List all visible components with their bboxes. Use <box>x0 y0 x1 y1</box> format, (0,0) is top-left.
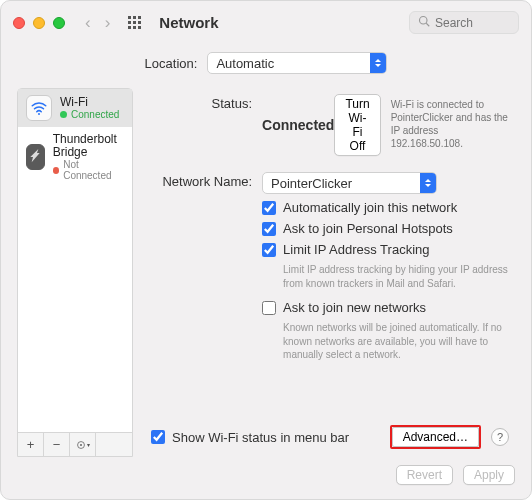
svg-line-1 <box>426 23 429 26</box>
sidebar-item-label: Wi-Fi <box>60 96 119 109</box>
svg-point-4 <box>80 444 82 446</box>
checkbox-label: Limit IP Address Tracking <box>283 242 429 257</box>
footer-buttons: Revert Apply <box>1 457 531 499</box>
status-row: Status: Connected Turn Wi-Fi Off Wi-Fi i… <box>147 94 513 156</box>
ask-new-description: Known networks will be joined automatica… <box>283 321 513 362</box>
bottom-row: Show Wi-Fi status in menu bar Advanced… … <box>147 425 513 457</box>
sidebar-item-wifi[interactable]: Wi-Fi Connected <box>18 89 132 127</box>
search-icon <box>418 15 430 30</box>
revert-button[interactable]: Revert <box>396 465 453 485</box>
show-all-icon[interactable] <box>128 16 141 29</box>
checkbox-label: Ask to join Personal Hotspots <box>283 221 453 236</box>
content: Wi-Fi Connected Thunderbolt Bridge Not C… <box>1 88 531 457</box>
location-row: Location: Automatic <box>1 42 531 88</box>
svg-point-0 <box>420 17 428 25</box>
status-description: Wi-Fi is connected to PointerClicker and… <box>391 98 513 150</box>
add-service-button[interactable]: + <box>18 433 44 456</box>
checkbox-input[interactable] <box>262 201 276 215</box>
sidebar-item-status: Connected <box>60 109 119 120</box>
back-icon[interactable]: ‹ <box>85 13 91 33</box>
checkbox-input[interactable] <box>262 243 276 257</box>
network-name-label: Network Name: <box>147 172 252 194</box>
chevron-updown-icon <box>370 53 386 73</box>
checkbox-input[interactable] <box>151 430 165 444</box>
network-name-row: Network Name: PointerClicker <box>147 172 513 194</box>
status-dot-icon <box>53 167 59 174</box>
wifi-off-button[interactable]: Turn Wi-Fi Off <box>334 94 380 156</box>
window-title: Network <box>159 14 218 31</box>
zoom-window-icon[interactable] <box>53 17 65 29</box>
advanced-highlight: Advanced… <box>390 425 481 449</box>
search-field[interactable] <box>409 11 519 34</box>
chevron-down-icon: ▾ <box>87 441 90 448</box>
auto-join-checkbox[interactable]: Automatically join this network <box>262 200 513 215</box>
location-label: Location: <box>145 56 198 71</box>
search-input[interactable] <box>435 16 510 30</box>
sidebar-footer: + − ▾ <box>18 432 132 456</box>
thunderbolt-icon <box>26 144 45 170</box>
status-label: Status: <box>147 94 252 156</box>
nav-arrows: ‹ › <box>85 13 110 33</box>
checkbox-label: Ask to join new networks <box>283 300 426 315</box>
services-list: Wi-Fi Connected Thunderbolt Bridge Not C… <box>18 89 132 432</box>
checkbox-input[interactable] <box>262 301 276 315</box>
limit-ip-description: Limit IP address tracking by hiding your… <box>283 263 513 290</box>
network-prefs-window: ‹ › Network Location: Automatic <box>0 0 532 500</box>
close-window-icon[interactable] <box>13 17 25 29</box>
checkbox-label: Show Wi-Fi status in menu bar <box>172 430 349 445</box>
svg-point-2 <box>38 113 40 115</box>
network-name-value: PointerClicker <box>263 176 360 191</box>
main-panel: Status: Connected Turn Wi-Fi Off Wi-Fi i… <box>143 88 517 457</box>
network-name-select[interactable]: PointerClicker <box>262 172 437 194</box>
sidebar-item-status: Not Connected <box>53 159 124 181</box>
help-button[interactable]: ? <box>491 428 509 446</box>
checkbox-input[interactable] <box>262 222 276 236</box>
ask-hotspot-checkbox[interactable]: Ask to join Personal Hotspots <box>262 221 513 236</box>
forward-icon: › <box>105 13 111 33</box>
apply-button[interactable]: Apply <box>463 465 515 485</box>
location-value: Automatic <box>208 56 282 71</box>
show-status-checkbox[interactable]: Show Wi-Fi status in menu bar <box>151 430 349 445</box>
ask-new-checkbox[interactable]: Ask to join new networks <box>262 300 513 315</box>
titlebar: ‹ › Network <box>1 1 531 42</box>
status-dot-icon <box>60 111 67 118</box>
limit-ip-checkbox[interactable]: Limit IP Address Tracking <box>262 242 513 257</box>
services-sidebar: Wi-Fi Connected Thunderbolt Bridge Not C… <box>17 88 133 457</box>
wifi-icon <box>26 95 52 121</box>
options-block: Automatically join this network Ask to j… <box>262 200 513 372</box>
sidebar-item-label: Thunderbolt Bridge <box>53 133 124 159</box>
traffic-lights <box>13 17 65 29</box>
checkbox-label: Automatically join this network <box>283 200 457 215</box>
advanced-button[interactable]: Advanced… <box>392 427 479 447</box>
minimize-window-icon[interactable] <box>33 17 45 29</box>
sidebar-actions-menu[interactable]: ▾ <box>70 433 96 456</box>
sidebar-item-thunderbolt[interactable]: Thunderbolt Bridge Not Connected <box>18 127 132 187</box>
remove-service-button[interactable]: − <box>44 433 70 456</box>
status-value: Connected <box>262 117 334 133</box>
chevron-updown-icon <box>420 173 436 193</box>
location-select[interactable]: Automatic <box>207 52 387 74</box>
